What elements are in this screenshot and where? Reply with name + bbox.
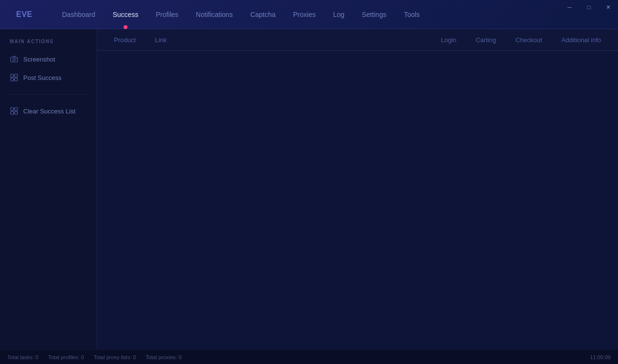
nav-item-tools[interactable]: Tools bbox=[395, 0, 428, 29]
logo-text: EVE bbox=[16, 10, 32, 19]
tab-product[interactable]: Product bbox=[104, 29, 145, 51]
svg-rect-13 bbox=[11, 111, 14, 114]
nav-item-success[interactable]: Success bbox=[104, 0, 147, 29]
minimize-button[interactable]: ─ bbox=[560, 0, 579, 15]
tab-additional-info[interactable]: Additional info bbox=[552, 29, 611, 51]
content-panel bbox=[97, 51, 618, 349]
tab-checkout[interactable]: Checkout bbox=[506, 29, 552, 51]
nav-item-settings[interactable]: Settings bbox=[353, 0, 396, 29]
svg-rect-12 bbox=[15, 108, 17, 111]
nav-item-profiles[interactable]: Profiles bbox=[147, 0, 187, 29]
svg-rect-4 bbox=[15, 74, 17, 77]
app-logo: EVE bbox=[10, 5, 39, 24]
sidebar-item-screenshot[interactable]: Screenshot bbox=[0, 50, 96, 68]
sidebar-item-screenshot-label: Screenshot bbox=[23, 56, 55, 63]
svg-rect-14 bbox=[15, 111, 17, 114]
tab-link[interactable]: Link bbox=[145, 29, 176, 51]
svg-point-2 bbox=[16, 58, 16, 59]
camera-icon bbox=[10, 55, 18, 63]
statusbar: Total tasks: 0 Total profiles: 0 Total p… bbox=[0, 349, 618, 364]
nav-item-log[interactable]: Log bbox=[324, 0, 353, 29]
sidebar-divider bbox=[10, 94, 87, 95]
close-button[interactable]: ✕ bbox=[599, 0, 618, 15]
nav-items: Dashboard Success Profiles Notifications… bbox=[53, 0, 618, 29]
svg-rect-3 bbox=[11, 74, 14, 77]
total-proxy-lists: Total proxy lists: 0 bbox=[94, 354, 136, 360]
svg-rect-6 bbox=[15, 78, 17, 81]
titlebar: ─ □ ✕ bbox=[560, 0, 618, 15]
total-profiles: Total profiles: 0 bbox=[48, 354, 84, 360]
sidebar-section-label: MAIN ACTIONS bbox=[0, 39, 96, 44]
tab-carting[interactable]: Carting bbox=[466, 29, 506, 51]
topnav: EVE Dashboard Success Profiles Notificat… bbox=[0, 0, 618, 29]
nav-item-dashboard[interactable]: Dashboard bbox=[53, 0, 104, 29]
nav-item-proxies[interactable]: Proxies bbox=[285, 0, 325, 29]
tab-bar: Product Link Login Carting Checkout Addi… bbox=[97, 29, 618, 51]
post-success-icon bbox=[10, 73, 18, 82]
svg-rect-11 bbox=[11, 108, 14, 111]
svg-rect-5 bbox=[11, 78, 14, 81]
nav-item-captcha[interactable]: Captcha bbox=[241, 0, 284, 29]
sidebar-item-clear-success[interactable]: Clear Success List bbox=[0, 102, 96, 120]
svg-point-1 bbox=[13, 59, 16, 61]
nav-item-notifications[interactable]: Notifications bbox=[187, 0, 241, 29]
sidebar-item-post-success-label: Post Success bbox=[23, 74, 62, 81]
sidebar-item-post-success[interactable]: Post Success bbox=[0, 68, 96, 87]
total-tasks: Total tasks: 0 bbox=[7, 354, 38, 360]
statusbar-left: Total tasks: 0 Total profiles: 0 Total p… bbox=[7, 354, 182, 360]
tab-login[interactable]: Login bbox=[431, 29, 466, 51]
main-content: Product Link Login Carting Checkout Addi… bbox=[97, 29, 618, 349]
clear-success-icon bbox=[10, 107, 18, 115]
svg-rect-0 bbox=[11, 57, 17, 62]
maximize-button[interactable]: □ bbox=[579, 0, 599, 15]
status-time: 11:05:09 bbox=[590, 354, 611, 360]
sidebar: MAIN ACTIONS Screenshot P bbox=[0, 29, 97, 349]
total-proxies: Total proxies: 0 bbox=[146, 354, 182, 360]
sidebar-item-clear-success-label: Clear Success List bbox=[23, 108, 76, 115]
